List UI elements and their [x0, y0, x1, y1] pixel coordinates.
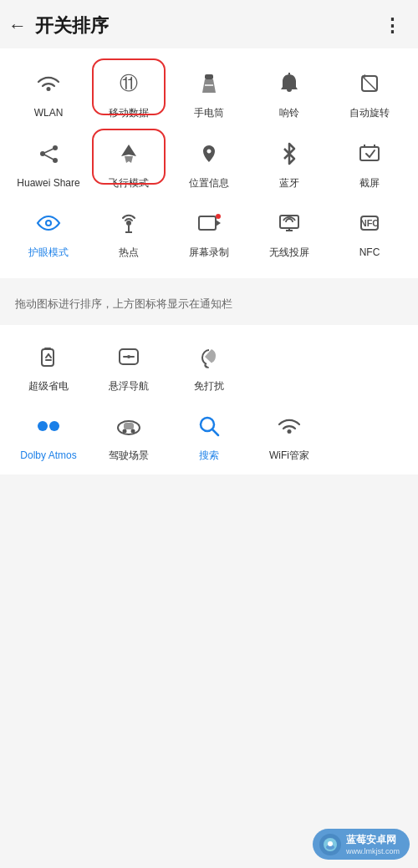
grid-item-screen-record[interactable]: 屏幕录制	[169, 196, 249, 266]
svg-point-46	[328, 841, 333, 846]
grid-item-dolby[interactable]: Dolby Atmos	[8, 399, 89, 470]
grid-row: Dolby Atmos驾驶场景搜索WiFi管家	[0, 399, 418, 470]
grid-row: 护眼模式热点屏幕录制无线投屏NFCNFC	[0, 196, 418, 266]
search-icon	[191, 408, 227, 444]
auto-rotate-icon	[351, 65, 388, 102]
grid-row: WLAN⑪移动数据手电筒响铃自动旋转	[0, 57, 418, 127]
huawei-share-label: Huawei Share	[17, 177, 79, 190]
wireless-display-icon	[271, 205, 308, 241]
huawei-share-icon	[30, 135, 67, 172]
back-button[interactable]: ←	[8, 15, 27, 37]
watermark: 蓝莓安卓网 www.lmkjst.com	[313, 829, 410, 860]
svg-line-30	[48, 354, 51, 358]
grid-item-wireless-display[interactable]: 无线投屏	[249, 196, 329, 266]
no-disturb-icon	[191, 338, 227, 375]
grid-item-mobile-data[interactable]: ⑪移动数据	[89, 57, 169, 127]
grid-item-flashlight[interactable]: 手电筒	[169, 57, 249, 127]
grid-row: Huawei Share飞行模式位置信息蓝牙截屏	[0, 127, 418, 197]
screen-record-icon	[191, 205, 227, 241]
svg-point-41	[131, 429, 135, 434]
mobile-data-icon: ⑪	[110, 65, 147, 102]
grid-item-hotspot[interactable]: 热点	[89, 196, 169, 266]
grid-item-screenshot[interactable]: 截屏	[329, 127, 410, 197]
svg-text:⑪: ⑪	[120, 73, 138, 94]
screenshot-label: 截屏	[359, 177, 380, 190]
header: ← 开关排序 ⋮	[0, 0, 418, 48]
grid-item-location[interactable]: 位置信息	[169, 127, 249, 197]
svg-rect-11	[360, 147, 379, 160]
header-left: ← 开关排序	[8, 13, 109, 38]
top-grid-section: WLAN⑪移动数据手电筒响铃自动旋转Huawei Share飞行模式位置信息蓝牙…	[0, 48, 418, 278]
grid-item-drive-scene[interactable]: 驾驶场景	[89, 399, 169, 470]
svg-line-43	[212, 429, 218, 435]
ringtone-icon	[271, 65, 308, 102]
wlan-label: WLAN	[34, 107, 64, 120]
watermark-text: 蓝莓安卓网 www.lmkjst.com	[346, 833, 400, 855]
svg-point-21	[216, 214, 221, 219]
location-icon	[191, 135, 227, 172]
page-title: 开关排序	[35, 13, 109, 38]
grid-row: 超级省电悬浮导航免打扰	[0, 330, 418, 400]
grid-item-ringtone[interactable]: 响铃	[249, 57, 329, 127]
float-nav-icon	[110, 338, 147, 375]
divider-hint: 拖动图标进行排序，上方图标将显示在通知栏	[15, 297, 403, 312]
nfc-label: NFC	[359, 246, 380, 260]
svg-marker-2	[202, 79, 216, 93]
super-save-label: 超级省电	[28, 380, 69, 393]
flashlight-icon	[191, 65, 227, 102]
svg-line-10	[43, 154, 55, 160]
svg-line-9	[43, 148, 55, 154]
svg-text:NFC: NFC	[360, 218, 380, 228]
grid-item-super-save[interactable]: 超级省电	[8, 330, 89, 400]
svg-rect-39	[124, 423, 134, 429]
bottom-grid-section: 超级省电悬浮导航免打扰Dolby Atmos驾驶场景搜索WiFi管家	[0, 325, 418, 475]
no-disturb-label: 免打扰	[194, 380, 224, 393]
grid-item-nfc[interactable]: NFCNFC	[329, 196, 410, 266]
hotspot-icon	[110, 205, 147, 241]
svg-marker-20	[216, 220, 221, 226]
super-save-icon	[30, 338, 67, 375]
grid-item-no-disturb[interactable]: 免打扰	[169, 330, 249, 400]
grid-item-bluetooth[interactable]: 蓝牙	[249, 127, 329, 197]
more-button[interactable]: ⋮	[383, 15, 403, 37]
airplane-icon	[110, 135, 147, 172]
bluetooth-icon	[271, 135, 308, 172]
svg-point-16	[126, 221, 131, 226]
search-label: 搜索	[199, 449, 219, 463]
wireless-display-label: 无线投屏	[269, 246, 309, 260]
mobile-data-label: 移动数据	[109, 107, 149, 120]
grid-item-eye-care[interactable]: 护眼模式	[8, 196, 89, 266]
screenshot-icon	[351, 135, 388, 172]
grid-item-airplane[interactable]: 飞行模式	[89, 127, 169, 197]
svg-point-40	[123, 429, 127, 434]
grid-item-wlan[interactable]: WLAN	[8, 57, 89, 127]
dolby-label: Dolby Atmos	[20, 449, 76, 463]
grid-item-float-nav[interactable]: 悬浮导航	[89, 330, 169, 400]
drive-scene-label: 驾驶场景	[109, 449, 149, 463]
wifi-manager-label: WiFi管家	[269, 449, 309, 463]
dolby-icon	[30, 408, 67, 444]
svg-rect-1	[205, 74, 213, 79]
wifi-manager-icon	[271, 408, 308, 444]
ringtone-label: 响铃	[279, 107, 299, 120]
svg-rect-19	[199, 216, 216, 230]
grid-item-search[interactable]: 搜索	[169, 399, 249, 470]
location-label: 位置信息	[189, 177, 229, 190]
bluetooth-label: 蓝牙	[279, 177, 299, 190]
flashlight-label: 手电筒	[194, 107, 224, 120]
watermark-logo	[319, 834, 341, 855]
grid-item-wifi-manager[interactable]: WiFi管家	[249, 399, 329, 470]
grid-item-auto-rotate[interactable]: 自动旋转	[329, 57, 410, 127]
svg-rect-37	[49, 421, 59, 431]
eye-care-label: 护眼模式	[28, 246, 69, 260]
svg-rect-36	[38, 421, 48, 431]
grid-item-huawei-share[interactable]: Huawei Share	[8, 127, 89, 197]
nfc-icon: NFC	[351, 205, 388, 241]
screen-record-label: 屏幕录制	[189, 246, 229, 260]
hotspot-label: 热点	[119, 246, 139, 260]
wlan-icon	[30, 65, 67, 102]
svg-rect-28	[44, 348, 51, 350]
float-nav-label: 悬浮导航	[109, 380, 149, 393]
drive-scene-icon	[110, 408, 147, 444]
svg-point-15	[47, 221, 50, 225]
